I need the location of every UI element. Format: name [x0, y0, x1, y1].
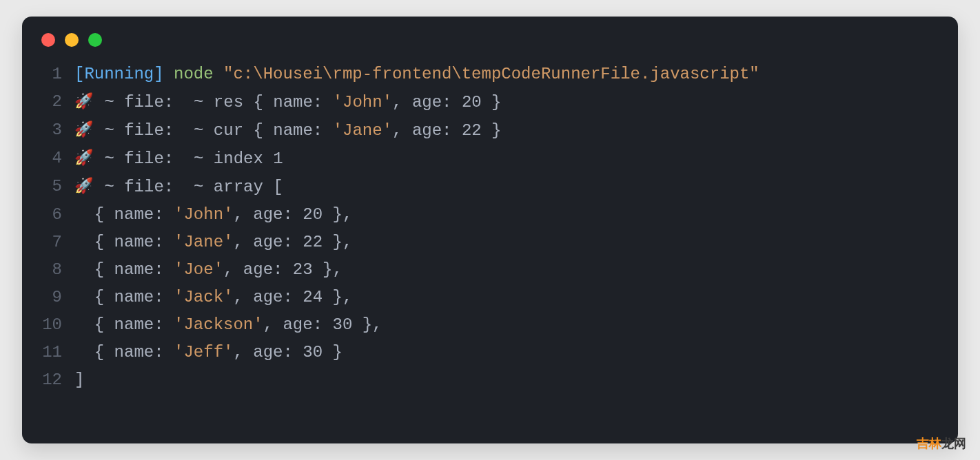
token: , age: 20 }, [233, 201, 352, 229]
output-line: 5🚀 ~ file: ~ array [ [41, 173, 939, 201]
output-line: 6 { name: 'John', age: 20 }, [41, 201, 939, 229]
token: [Running] [74, 61, 164, 88]
token: 'Jane' [174, 229, 233, 256]
token: 'John' [174, 201, 233, 229]
minimize-icon[interactable] [65, 33, 79, 47]
line-number: 5 [41, 173, 74, 200]
token: 'Jeff' [174, 339, 233, 366]
line-content: { name: 'Jane', age: 22 }, [74, 229, 352, 256]
token: node [174, 61, 214, 88]
close-icon[interactable] [41, 33, 55, 47]
token: , age: 20 } [392, 89, 501, 116]
token: { name: [74, 339, 174, 366]
line-content: 🚀 ~ file: ~ res { name: 'John', age: 20 … [74, 89, 502, 116]
token: { name: [74, 284, 174, 311]
line-number: 6 [41, 201, 74, 229]
token: , age: 23 }, [223, 256, 343, 284]
line-number: 12 [41, 366, 74, 394]
line-number: 4 [41, 145, 74, 172]
line-number: 9 [41, 284, 74, 311]
rocket-icon: 🚀 [74, 145, 93, 173]
rocket-icon: 🚀 [74, 117, 93, 145]
token: , age: 22 }, [233, 229, 352, 256]
line-content: 🚀 ~ file: ~ cur { name: 'Jane', age: 22 … [74, 117, 502, 145]
terminal-window: 1[Running] node "c:\Housei\rmp-frontend\… [22, 17, 958, 443]
token: 'Jane' [333, 117, 392, 145]
line-number: 8 [41, 256, 74, 284]
line-number: 7 [41, 229, 74, 256]
line-content: { name: 'Jack', age: 24 }, [74, 284, 352, 311]
token: { name: [74, 229, 174, 256]
output-line: 3🚀 ~ file: ~ cur { name: 'Jane', age: 22… [41, 116, 939, 145]
line-content: [Running] node "c:\Housei\rmp-frontend\t… [74, 61, 759, 88]
rocket-icon: 🚀 [74, 174, 93, 201]
token: 'Jackson' [174, 311, 263, 339]
token: { name: [74, 256, 174, 284]
output-line: 8 { name: 'Joe', age: 23 }, [41, 256, 939, 284]
line-number: 11 [41, 339, 74, 366]
line-content: { name: 'John', age: 20 }, [74, 201, 352, 229]
token [214, 61, 223, 88]
title-bar [22, 33, 958, 61]
watermark-part-b: 龙网 [941, 437, 966, 450]
line-content: { name: 'Jackson', age: 30 }, [74, 311, 382, 339]
token [164, 61, 174, 88]
output-line: 12] [41, 366, 939, 394]
token: { name: [74, 201, 174, 229]
token: ] [74, 366, 84, 394]
token: , age: 30 } [233, 339, 342, 366]
output-line: 2🚀 ~ file: ~ res { name: 'John', age: 20… [41, 88, 939, 116]
line-content: { name: 'Joe', age: 23 }, [74, 256, 343, 284]
token: "c:\Housei\rmp-frontend\tempCodeRunnerFi… [223, 61, 759, 88]
token: 'Joe' [174, 256, 223, 284]
line-number: 3 [41, 116, 74, 144]
line-content: 🚀 ~ file: ~ index 1 [74, 145, 283, 173]
token: ~ file: ~ cur { name: [94, 117, 333, 145]
line-content: ] [74, 366, 84, 394]
token: 'Jack' [174, 284, 233, 311]
output-line: 7 { name: 'Jane', age: 22 }, [41, 229, 939, 256]
line-content: { name: 'Jeff', age: 30 } [74, 339, 343, 366]
output-line: 11 { name: 'Jeff', age: 30 } [41, 339, 939, 366]
token: { name: [74, 311, 174, 339]
output-line: 1[Running] node "c:\Housei\rmp-frontend\… [41, 61, 939, 88]
line-number: 1 [41, 61, 74, 88]
token: ~ file: ~ array [ [94, 174, 283, 201]
token: , age: 24 }, [233, 284, 352, 311]
maximize-icon[interactable] [88, 33, 102, 47]
line-content: 🚀 ~ file: ~ array [ [74, 174, 283, 201]
output-line: 10 { name: 'Jackson', age: 30 }, [41, 311, 939, 339]
token: 'John' [333, 89, 392, 116]
terminal-output: 1[Running] node "c:\Housei\rmp-frontend\… [22, 61, 958, 394]
line-number: 10 [41, 311, 74, 339]
watermark-part-a: 吉林 [917, 437, 941, 450]
watermark: 吉林龙网 [917, 435, 966, 452]
token: , age: 30 }, [263, 311, 382, 339]
token: ~ file: ~ index 1 [94, 145, 283, 173]
token: ~ file: ~ res { name: [94, 89, 333, 116]
token: , age: 22 } [392, 117, 501, 145]
output-line: 4🚀 ~ file: ~ index 1 [41, 145, 939, 173]
line-number: 2 [41, 88, 74, 116]
rocket-icon: 🚀 [74, 89, 93, 116]
output-line: 9 { name: 'Jack', age: 24 }, [41, 284, 939, 311]
